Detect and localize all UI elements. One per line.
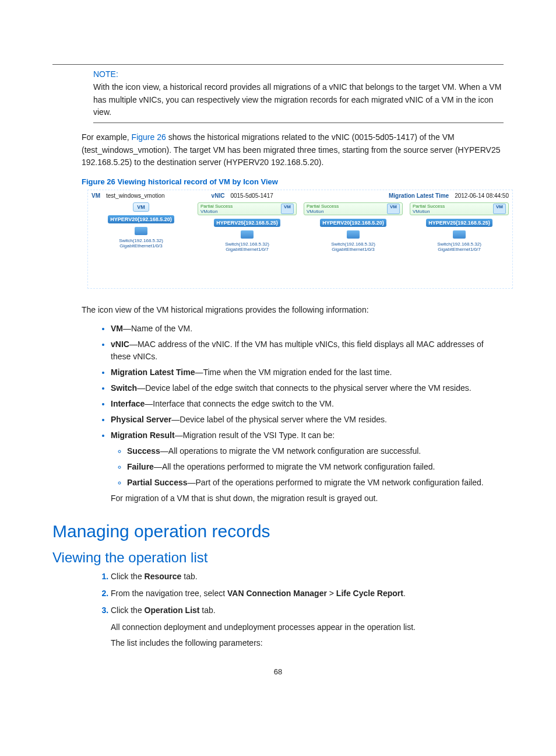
list-item: Switch—Device label of the edge switch t… <box>111 382 504 394</box>
fig-vnic-label: vNIC <box>212 192 225 199</box>
switch-icon <box>347 230 360 239</box>
switch-icon <box>453 230 466 239</box>
example-paragraph: For example, Figure 26 shows the histori… <box>52 131 504 169</box>
server-chip: HYPERV20(192.168.5.20) <box>108 215 174 223</box>
server-chip: HYPERV25(192.168.5.25) <box>426 219 492 227</box>
switch-label: Switch(192.168.5.32)GigabitEthernet1/0/3 <box>331 242 375 253</box>
list-item: Failure—All the operations performed to … <box>127 461 504 473</box>
note-body: With the icon view, a historical record … <box>52 81 504 119</box>
migration-badge: Partial SuccessVMotion VM <box>198 202 297 215</box>
figure-caption: Figure 26 Viewing historical record of V… <box>52 177 504 186</box>
migration-badge: Partial SuccessVMotion VM <box>304 202 403 215</box>
page-number: 68 <box>52 667 504 676</box>
switch-label: Switch(192.168.5.32)GigabitEthernet1/0/7 <box>225 242 269 253</box>
step-item: From the navigation tree, select VAN Con… <box>111 587 504 600</box>
divider-note <box>93 123 504 123</box>
switch-label: Switch(192.168.5.32)GigabitEthernet1/0/3 <box>119 239 163 249</box>
fig-time-label: Migration Latest Time <box>389 192 449 199</box>
list-item: Partial Success—Part of the operations p… <box>127 477 504 489</box>
sub-list: Success—All operations to migrate the VM… <box>111 445 504 489</box>
server-chip: HYPERV20(192.168.5.20) <box>320 219 386 227</box>
list-item: Migration Result—Migration result of the… <box>111 429 504 489</box>
figure-column: Partial SuccessVMotion VM HYPERV25(192.1… <box>410 202 509 253</box>
step-item: Click the Operation List tab. <box>111 604 504 617</box>
steps-list: Click the Resource tab. From the navigat… <box>52 570 504 617</box>
step-followup: The list includes the following paramete… <box>52 637 504 650</box>
switch-label: Switch(192.168.5.32)GigabitEthernet1/0/7 <box>437 242 481 253</box>
list-item: Success—All operations to migrate the VM… <box>127 445 504 457</box>
figure-column: Partial SuccessVMotion VM HYPERV20(192.1… <box>304 202 403 253</box>
list-item: Interface—Interface that connects the ed… <box>111 398 504 410</box>
vm-chip: VM <box>133 202 149 212</box>
list-item: VM—Name of the VM. <box>111 323 504 335</box>
step-followup: All connection deployment and undeployme… <box>52 621 504 634</box>
figure-column: VM HYPERV20(192.168.5.20) Switch(192.168… <box>92 202 191 253</box>
server-chip: HYPERV25(192.168.5.25) <box>214 219 280 227</box>
switch-icon <box>241 230 254 239</box>
fig-time-value: 2012-06-14 08:44:50 <box>455 192 509 199</box>
list-item: Migration Latest Time—Time when the VM m… <box>111 366 504 379</box>
figure-ref-link[interactable]: Figure 26 <box>132 132 166 142</box>
fig-vm-value: test_windows_vmotion <box>106 192 165 199</box>
list-item: Physical Server—Device label of the phys… <box>111 414 504 426</box>
figure-column: Partial SuccessVMotion VM HYPERV25(192.1… <box>198 202 297 253</box>
note-heading: NOTE: <box>52 69 504 79</box>
figure-header: VM test_windows_vmotion vNIC 0015-5d05-1… <box>92 192 509 199</box>
fig-vnic-value: 0015-5d05-1417 <box>230 192 273 199</box>
switch-icon <box>135 227 147 235</box>
step-item: Click the Resource tab. <box>111 570 504 583</box>
figure-icon-view: VM test_windows_vmotion vNIC 0015-5d05-1… <box>87 190 513 289</box>
tail-note: For migration of a VM that is shut down,… <box>52 492 504 505</box>
fig-vm-label: VM <box>92 192 100 199</box>
list-item: vNIC—MAC address of the vNIC. If the VM … <box>111 338 504 363</box>
divider-top <box>52 64 504 65</box>
section-heading: Managing operation records <box>52 522 504 541</box>
info-intro: The icon view of the VM historical migra… <box>52 304 504 317</box>
subsection-heading: Viewing the operation list <box>52 550 504 566</box>
migration-badge: Partial SuccessVMotion VM <box>410 202 509 215</box>
example-prefix: For example, <box>82 132 132 142</box>
info-list: VM—Name of the VM. vNIC—MAC address of t… <box>52 323 504 489</box>
